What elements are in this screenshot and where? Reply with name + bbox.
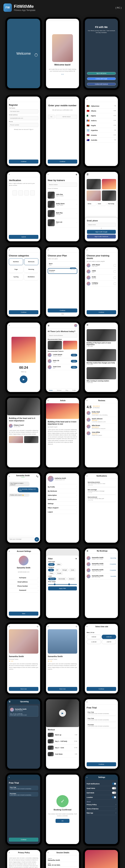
already-account[interactable]: Already have an account? Sign in bbox=[9, 129, 38, 130]
ft-card[interactable]: Free TrialLorem ipsum dolor sit amet con… bbox=[9, 785, 38, 790]
ft-card[interactable]: Free TrialLorem ipsum dolor sit amet con… bbox=[87, 710, 116, 715]
notif-card[interactable]: New messageSamantha sent you a message9:… bbox=[87, 488, 116, 494]
save-button[interactable]: Save bbox=[9, 612, 38, 616]
toggle-switch[interactable] bbox=[112, 792, 116, 794]
time-slot[interactable]: 10:00 AM bbox=[102, 635, 116, 639]
back-icon[interactable]: ‹ bbox=[9, 324, 9, 327]
play-button[interactable]: ▶ bbox=[20, 375, 27, 383]
blog-card[interactable]: Why running in evening matters 4 min rea… bbox=[87, 367, 116, 384]
call-icon[interactable]: 📞 bbox=[36, 475, 38, 477]
back-icon[interactable]: ‹ bbox=[9, 475, 9, 477]
back-icon[interactable]: ‹ bbox=[87, 399, 87, 402]
nav-workout[interactable]: Workout bbox=[57, 390, 61, 391]
setting-row[interactable]: Rate App › bbox=[87, 811, 116, 815]
toggle-switch[interactable] bbox=[112, 783, 116, 785]
account-row[interactable]: Email address › bbox=[9, 580, 38, 584]
back-icon[interactable]: ‹ bbox=[9, 851, 9, 854]
setting-row[interactable]: Terms of Service › bbox=[87, 807, 116, 811]
video-row[interactable]: Cool down 3:00 bbox=[48, 751, 77, 757]
play-icon[interactable]: ▶ bbox=[59, 710, 66, 717]
checkbox-icon[interactable] bbox=[114, 276, 116, 279]
code-box[interactable] bbox=[24, 190, 29, 195]
setting-row[interactable]: Push Notifications bbox=[87, 781, 116, 786]
category-tile[interactable]: Running bbox=[24, 266, 38, 273]
trainer-search[interactable]: Search trainer bbox=[48, 183, 77, 187]
menu-icon[interactable]: ☰ bbox=[87, 324, 88, 326]
menu-row[interactable]: Settings › bbox=[48, 501, 77, 506]
music-continue-button[interactable]: Continue bbox=[87, 310, 116, 314]
heart-icon[interactable]: ♡ bbox=[76, 626, 77, 627]
time-slot[interactable]: 11:00 AM bbox=[87, 640, 101, 644]
back-icon[interactable]: ‹ bbox=[87, 701, 87, 703]
related-tile[interactable] bbox=[9, 436, 23, 443]
register-continue-button[interactable]: Continue bbox=[9, 159, 38, 163]
checkbox-icon[interactable] bbox=[114, 270, 116, 273]
plan-skip[interactable]: Skip bbox=[48, 313, 77, 315]
back-icon[interactable]: ‹ bbox=[87, 625, 87, 628]
music-row[interactable]: DrakeHip-hop bbox=[87, 275, 116, 281]
filter-pill[interactable]: Pilates bbox=[48, 572, 55, 575]
nav-profile[interactable]: Profile bbox=[72, 390, 76, 391]
back-icon[interactable]: ‹ bbox=[48, 249, 49, 251]
trainer-row[interactable]: Dolor SitYoga Online bbox=[48, 358, 77, 364]
profile-avatar[interactable] bbox=[19, 556, 29, 565]
related-tile[interactable] bbox=[24, 436, 38, 443]
close-icon[interactable]: ✕ bbox=[75, 558, 77, 560]
back-icon[interactable]: ‹ bbox=[48, 173, 49, 176]
class-card[interactable] bbox=[48, 341, 62, 349]
filter-icon[interactable]: ⚙ bbox=[76, 174, 77, 176]
profile-avatar[interactable] bbox=[48, 476, 54, 482]
code-box[interactable] bbox=[30, 190, 35, 195]
facebook-button[interactable]: Sign in with Facebook bbox=[87, 235, 116, 239]
filter-pill[interactable]: Yoga bbox=[48, 569, 54, 571]
category-tile[interactable]: Yoga bbox=[9, 266, 23, 273]
book-button[interactable]: Book now bbox=[9, 687, 38, 691]
input-email[interactable]: example@email.com bbox=[9, 116, 38, 120]
video-row[interactable]: Warm up 2:30 bbox=[48, 732, 77, 738]
video-row[interactable]: Day 2 – Core 12:00 bbox=[48, 745, 77, 751]
ft-continue-button[interactable]: Continue bbox=[9, 838, 38, 842]
verify-submit-button[interactable]: Submit bbox=[9, 235, 38, 239]
heart-icon[interactable]: ♡ bbox=[37, 626, 38, 627]
menu-icon[interactable]: ☰ bbox=[87, 550, 88, 552]
input-phone[interactable]: Phone number bbox=[9, 123, 38, 127]
checkbox-icon[interactable] bbox=[114, 282, 116, 285]
slider-handle[interactable] bbox=[54, 584, 56, 585]
booking-row[interactable]: Samantha SmithHIIT • Fri, 6 PM Cancelled bbox=[87, 574, 116, 580]
category-tile[interactable]: Cycling bbox=[9, 274, 23, 280]
code-box[interactable] bbox=[12, 190, 17, 195]
input-fullname[interactable]: Full name here bbox=[9, 110, 38, 113]
toggle-switch[interactable] bbox=[112, 787, 116, 789]
prefix-select[interactable]: +91 bbox=[48, 115, 55, 119]
ft-card[interactable]: PurchaseLorem ipsum dolor sit amet conse… bbox=[87, 723, 116, 728]
back-icon[interactable]: ‹ bbox=[9, 625, 9, 628]
trainer-row[interactable]: Amet ConsHIIT Online bbox=[48, 364, 77, 370]
nav-home[interactable]: Home bbox=[49, 390, 53, 391]
trainer-row[interactable]: Emily StoneYoga, Pilates › bbox=[48, 200, 77, 209]
blog-card[interactable]: Building of the heart and is it more imp… bbox=[87, 329, 116, 347]
filter-pill[interactable]: Beginner bbox=[48, 578, 56, 580]
country-row[interactable]: 🇦🇺 Australia +61 bbox=[87, 138, 116, 143]
filter-pill[interactable]: Intermediate bbox=[57, 578, 67, 580]
country-row[interactable]: 🇦🇫 Afghanistan +93 bbox=[87, 104, 116, 108]
back-icon[interactable]: ‹ bbox=[87, 776, 87, 778]
music-row[interactable]: ColdplayAlternative bbox=[87, 281, 116, 287]
signin-phone-button[interactable]: Sign in with phone bbox=[87, 72, 116, 75]
country-row[interactable]: 🇦🇲 Armenia +374 bbox=[87, 133, 116, 138]
country-row[interactable]: 🇦🇩 Andorra +376 bbox=[87, 118, 116, 123]
ft-continue-button[interactable]: Continue bbox=[87, 762, 116, 766]
plan-option[interactable]: Basic Free bbox=[48, 261, 77, 267]
filter-pill[interactable]: Crossfit bbox=[56, 572, 63, 575]
send-icon[interactable]: ➤ bbox=[35, 537, 39, 541]
menu-row[interactable]: Logout › bbox=[48, 510, 77, 514]
code-box[interactable] bbox=[19, 190, 23, 195]
filter-pill[interactable]: Strength bbox=[61, 569, 68, 571]
filter-pill[interactable]: Online bbox=[48, 563, 55, 566]
category-tile[interactable]: Nutrition bbox=[9, 258, 23, 265]
plan-option[interactable]: Popular Premium $9.99/mo bbox=[48, 268, 77, 274]
signin-facebook-button[interactable]: Continue with Facebook bbox=[87, 83, 116, 85]
class-card[interactable]: Samantha Smith Cardio session Sun, 15 Ju… bbox=[9, 706, 38, 717]
slider-handle[interactable] bbox=[68, 584, 70, 585]
menu-icon[interactable]: ☰ bbox=[9, 701, 10, 703]
booking-row[interactable]: Samantha SmithStrength • Mon, 5 PM Compl… bbox=[87, 561, 116, 567]
